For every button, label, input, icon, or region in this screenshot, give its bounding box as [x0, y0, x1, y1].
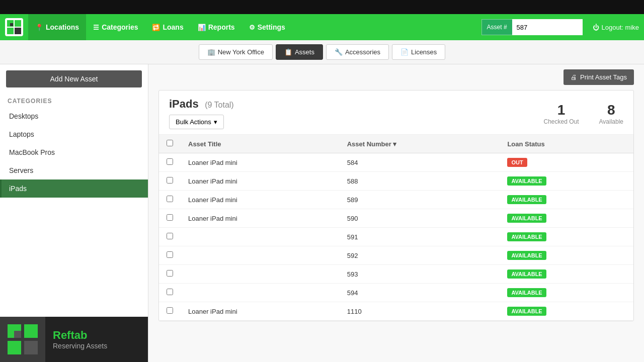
row-number: 1110: [340, 302, 500, 321]
row-status: AVAILABLE: [500, 246, 633, 265]
status-badge: AVAILABLE: [507, 288, 546, 297]
subnav-assets[interactable]: 📋 Assets: [276, 44, 323, 60]
add-asset-button[interactable]: Add New Asset: [6, 70, 142, 87]
checked-out-stat: 1 Checked Out: [543, 102, 579, 125]
row-checkbox-cell: [159, 191, 181, 209]
available-label: Available: [599, 118, 623, 125]
status-badge: AVAILABLE: [507, 251, 546, 260]
row-title: [181, 265, 340, 284]
row-checkbox[interactable]: [167, 289, 173, 295]
settings-icon: ⚙: [249, 24, 255, 31]
svg-rect-8: [24, 341, 38, 354]
status-badge: AVAILABLE: [507, 176, 546, 186]
row-title: [181, 284, 340, 302]
nav-settings[interactable]: ⚙ Settings: [242, 14, 292, 40]
subnav-licenses[interactable]: 📄 Licenses: [392, 44, 445, 60]
nav-locations[interactable]: 📍 Locations: [28, 14, 86, 40]
reports-icon: 📊: [198, 24, 206, 31]
search-area: Asset #: [481, 19, 583, 35]
select-all-checkbox[interactable]: [167, 140, 173, 146]
row-checkbox[interactable]: [167, 214, 173, 221]
asset-panel-header: iPads (9 Total) Bulk Actions ▾ 1 Checked…: [159, 90, 633, 135]
row-number: 593: [340, 265, 500, 284]
row-number: 589: [340, 191, 500, 209]
category-desktops[interactable]: Desktops: [0, 107, 148, 125]
sidebar: Add New Asset CATEGORIES Desktops Laptop…: [0, 64, 148, 362]
svg-rect-4: [10, 23, 13, 26]
loans-icon: 🔁: [152, 24, 160, 31]
print-asset-tags-button[interactable]: 🖨 Print Asset Tags: [564, 69, 634, 85]
row-checkbox[interactable]: [167, 177, 173, 184]
licenses-icon: 📄: [400, 48, 409, 56]
checked-out-label: Checked Out: [543, 118, 579, 125]
table-row: Loaner iPad mini 588 AVAILABLE: [159, 172, 633, 191]
main-layout: Add New Asset CATEGORIES Desktops Laptop…: [0, 64, 644, 362]
row-checkbox-cell: [159, 284, 181, 302]
navbar: 📍 Locations ☰ Categories 🔁 Loans 📊 Repor…: [0, 14, 644, 40]
table-header-title: Asset Title: [181, 135, 340, 153]
promo-logo: [0, 317, 45, 362]
row-checkbox[interactable]: [167, 270, 173, 277]
row-checkbox[interactable]: [167, 233, 173, 239]
nav-categories[interactable]: ☰ Categories: [86, 14, 145, 40]
asset-panel: iPads (9 Total) Bulk Actions ▾ 1 Checked…: [158, 90, 634, 321]
row-checkbox[interactable]: [167, 307, 173, 314]
categories-icon: ☰: [93, 24, 99, 31]
row-title: Loaner iPad mini: [181, 172, 340, 191]
asset-table: Asset Title Asset Number ▾ Loan Status L…: [159, 135, 633, 321]
nav-reports[interactable]: 📊 Reports: [191, 14, 242, 40]
row-status: AVAILABLE: [500, 228, 633, 246]
bulk-actions-button[interactable]: Bulk Actions ▾: [169, 115, 224, 129]
row-checkbox-cell: [159, 265, 181, 284]
assets-icon: 📋: [284, 48, 292, 56]
available-stat: 8 Available: [599, 102, 623, 125]
accessories-icon: 🔧: [335, 48, 343, 56]
row-checkbox[interactable]: [167, 251, 173, 258]
subnav-accessories[interactable]: 🔧 Accessories: [326, 44, 389, 60]
row-number: 594: [340, 284, 500, 302]
table-row: Loaner iPad mini 584 OUT: [159, 153, 633, 172]
content-area: 🖨 Print Asset Tags iPads (9 Total) Bulk …: [148, 64, 644, 362]
available-number: 8: [599, 102, 623, 118]
row-status: AVAILABLE: [500, 172, 633, 191]
table-row: 594 AVAILABLE: [159, 284, 633, 302]
promo-text: Reftab Reserving Assets: [45, 317, 148, 362]
location-icon: 📍: [35, 24, 43, 31]
chevron-down-icon: ▾: [214, 118, 217, 126]
svg-rect-2: [7, 28, 14, 34]
search-input[interactable]: [512, 19, 583, 35]
category-ipads[interactable]: iPads: [0, 179, 148, 198]
row-checkbox[interactable]: [167, 196, 173, 202]
row-number: 591: [340, 228, 500, 246]
building-icon: 🏢: [207, 48, 215, 56]
content-header: 🖨 Print Asset Tags: [148, 64, 644, 90]
category-servers[interactable]: Servers: [0, 161, 148, 179]
row-checkbox-cell: [159, 153, 181, 172]
table-row: Loaner iPad mini 589 AVAILABLE: [159, 191, 633, 209]
sort-icon: ▾: [393, 140, 396, 148]
logout-button[interactable]: ⏻ Logout: mike: [593, 24, 639, 31]
status-badge: AVAILABLE: [507, 232, 546, 241]
asset-title: iPads: [169, 98, 199, 110]
category-laptops[interactable]: Laptops: [0, 125, 148, 143]
nav-loans[interactable]: 🔁 Loans: [145, 14, 190, 40]
row-number: 592: [340, 246, 500, 265]
status-badge: AVAILABLE: [507, 195, 546, 204]
row-title: [181, 246, 340, 265]
stats-area: 1 Checked Out 8 Available: [543, 102, 623, 125]
row-checkbox-cell: [159, 246, 181, 265]
row-title: Loaner iPad mini: [181, 191, 340, 209]
svg-rect-6: [24, 324, 38, 338]
svg-rect-1: [15, 20, 21, 27]
row-checkbox-cell: [159, 209, 181, 228]
subnav-new-york-office[interactable]: 🏢 New York Office: [199, 44, 273, 60]
promo-title: Reftab: [53, 329, 140, 342]
category-macbook-pros[interactable]: MacBook Pros: [0, 143, 148, 161]
categories-heading: CATEGORIES: [0, 94, 148, 107]
status-badge: OUT: [507, 158, 527, 167]
row-checkbox-cell: [159, 302, 181, 321]
row-status: OUT: [500, 153, 633, 172]
svg-rect-3: [15, 28, 21, 34]
row-checkbox[interactable]: [167, 158, 173, 165]
row-status: AVAILABLE: [500, 191, 633, 209]
